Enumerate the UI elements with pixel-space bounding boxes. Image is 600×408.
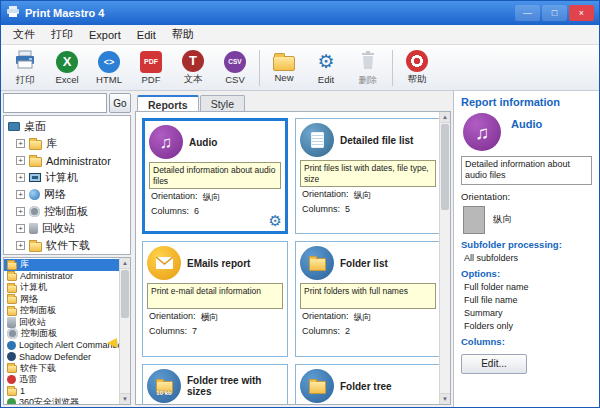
card-title: Folder tree: [340, 381, 392, 392]
expand-plus-icon[interactable]: +: [16, 139, 25, 148]
folder-icon: [29, 242, 42, 252]
tree-item-label: 计算机: [45, 170, 78, 185]
music-note-glyph: ♫: [475, 123, 489, 142]
card-header: EMails report: [147, 246, 283, 280]
tab-reports[interactable]: Reports: [137, 95, 199, 112]
app-printer-icon: [6, 5, 20, 21]
titlebar[interactable]: Print Maestro 4 — □ ×: [1, 1, 599, 25]
recycle-bin-icon: [7, 317, 16, 328]
excel-icon: X: [56, 51, 78, 73]
music-note-icon: ♫: [463, 113, 501, 151]
tree-item-network[interactable]: + 网络: [4, 186, 130, 203]
menu-export[interactable]: Export: [81, 27, 129, 43]
columns-label: Columns:: [302, 204, 340, 214]
tree-item-label: 控制面板: [44, 204, 88, 219]
toolbar-button-label: New: [274, 72, 293, 83]
list-item[interactable]: 库: [4, 259, 130, 271]
list-item[interactable]: 360安全浏览器: [4, 397, 130, 405]
go-button[interactable]: Go: [109, 93, 131, 113]
expand-plus-icon[interactable]: +: [16, 173, 25, 182]
scroll-down-icon[interactable]: ▼: [120, 393, 130, 404]
card-header: ♫ Audio: [149, 125, 281, 159]
address-row: Go: [3, 93, 131, 113]
control-panel-icon: [29, 206, 40, 217]
address-input[interactable]: [3, 93, 107, 113]
options-label: Options:: [461, 268, 592, 279]
card-title: Audio: [189, 137, 217, 148]
folder-icon: [29, 157, 42, 167]
menu-edit[interactable]: Edit: [129, 27, 164, 43]
toolbar-separator: [392, 50, 393, 86]
toolbar: 打印 X Excel <> HTML PDF PDF T 文本 CSV CSV …: [1, 45, 599, 91]
scroll-up-icon[interactable]: ▲: [440, 112, 450, 123]
toolbar-pdf-button[interactable]: PDF PDF: [130, 47, 172, 89]
expand-plus-icon[interactable]: +: [16, 190, 25, 199]
expand-plus-icon[interactable]: +: [16, 207, 25, 216]
toolbar-html-button[interactable]: <> HTML: [88, 47, 130, 89]
list-item-label: Shadow Defender: [19, 352, 91, 362]
tree-item-desktop[interactable]: 桌面: [4, 118, 130, 135]
toolbar-button-label: PDF: [142, 74, 161, 85]
columns-label: Columns:: [302, 326, 340, 336]
tree-item-downloads[interactable]: + 软件下载: [4, 237, 130, 254]
list-item-label: 360安全浏览器: [19, 396, 79, 405]
card-title: Detailed file list: [340, 135, 413, 146]
card-title: Folder tree with sizes: [187, 375, 283, 397]
toolbar-edit-button[interactable]: ⚙ Edit: [305, 47, 347, 89]
toolbar-excel-button[interactable]: X Excel: [46, 47, 88, 89]
menu-print[interactable]: 打印: [43, 25, 81, 44]
gear-icon: ⚙: [315, 51, 337, 73]
folder-glyph: [309, 381, 326, 394]
card-title: EMails report: [187, 258, 250, 269]
toolbar-text-button[interactable]: T 文本: [172, 47, 214, 89]
report-card-emails[interactable]: EMails report Print e-mail detail inform…: [142, 241, 288, 357]
expand-plus-icon[interactable]: +: [16, 224, 25, 233]
close-button[interactable]: ×: [569, 5, 594, 21]
card-settings-gear-icon[interactable]: ⚙: [269, 212, 282, 230]
tree-item-administrator[interactable]: + Administrator: [4, 152, 130, 169]
menu-help[interactable]: 帮助: [164, 25, 202, 44]
reports-scrollbar[interactable]: ▲ ▼: [439, 112, 450, 404]
report-card-folder-tree[interactable]: Folder tree: [295, 364, 441, 405]
report-card-detailed-file-list[interactable]: Detailed file list Print files list with…: [295, 118, 441, 234]
columns-value: 2: [345, 326, 350, 336]
tree-item-recycle-bin[interactable]: + 回收站: [4, 220, 130, 237]
folder-list: 库 Administrator 计算机 网络 控制面板: [3, 257, 131, 405]
toolbar-csv-button[interactable]: CSV CSV: [214, 47, 256, 89]
list-scrollbar[interactable]: ▲ ▼: [119, 258, 130, 404]
report-card-folder-list[interactable]: Folder list Print folders with full name…: [295, 241, 441, 357]
scroll-up-icon[interactable]: ▲: [120, 258, 130, 269]
tree-item-control-panel[interactable]: + 控制面板: [4, 203, 130, 220]
toolbar-help-button[interactable]: 帮助: [396, 47, 438, 89]
report-card-folder-tree-sizes[interactable]: 10 kb Folder tree with sizes: [142, 364, 288, 405]
report-card-audio[interactable]: ♫ Audio Detailed information about audio…: [142, 118, 288, 234]
tree-item-computer[interactable]: + 计算机: [4, 169, 130, 186]
columns-label: Columns:: [151, 206, 189, 216]
report-info-top: ♫ Audio: [461, 113, 592, 151]
toolbar-button-label: Excel: [55, 74, 78, 85]
option-item: Full folder name: [461, 282, 592, 292]
folder-tree: 桌面 + 库 + Administrator + 计算机: [3, 115, 131, 255]
toolbar-print-button[interactable]: 打印: [4, 47, 46, 89]
toolbar-new-button[interactable]: New: [263, 47, 305, 89]
tree-item-libraries[interactable]: + 库: [4, 135, 130, 152]
menu-file[interactable]: 文件: [5, 25, 43, 44]
minimize-button[interactable]: —: [515, 5, 540, 21]
list-item[interactable]: 迅雷: [4, 374, 130, 386]
scroll-down-icon[interactable]: ▼: [440, 393, 450, 404]
expand-plus-icon[interactable]: +: [16, 156, 25, 165]
list-item-label: 1: [20, 386, 25, 396]
app-icon: [7, 398, 16, 405]
maximize-button[interactable]: □: [542, 5, 567, 21]
toolbar-delete-button[interactable]: 删除: [347, 47, 389, 89]
tab-style[interactable]: Style: [200, 95, 245, 111]
orientation-label: Orientation:: [151, 191, 198, 204]
expand-plus-icon[interactable]: +: [16, 241, 25, 250]
scrollbar-thumb[interactable]: [441, 124, 449, 210]
edit-columns-button[interactable]: Edit...: [461, 354, 527, 374]
card-header: 10 kb Folder tree with sizes: [147, 369, 283, 403]
envelope-icon: [147, 246, 181, 280]
card-columns-row: Columns: 5: [298, 203, 438, 215]
report-info-panel: Report information ♫ Audio Detailed info…: [453, 91, 599, 407]
scrollbar-thumb[interactable]: [121, 270, 129, 318]
